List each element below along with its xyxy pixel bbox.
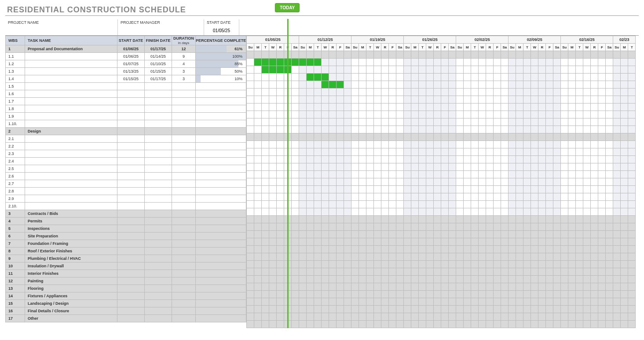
duration-cell[interactable] [172,225,196,233]
percentage-cell[interactable] [196,210,246,218]
percentage-cell[interactable] [196,158,246,165]
percentage-cell[interactable] [196,233,246,240]
wbs-cell[interactable]: 2.1 [6,135,25,143]
percentage-cell[interactable] [196,105,246,113]
finish-cell[interactable]: 01/17/25 [145,45,172,53]
task-cell[interactable]: Contracts / Bids [25,210,117,218]
percentage-cell[interactable] [196,150,246,158]
task-cell[interactable]: Permits [25,218,117,225]
percentage-cell[interactable]: 85% [196,60,246,68]
percentage-cell[interactable] [196,143,246,150]
finish-cell[interactable] [145,203,172,210]
table-row[interactable]: 1Proposal and Documentation01/06/2501/17… [6,45,246,53]
duration-cell[interactable]: 3 [172,75,196,83]
percentage-cell[interactable] [196,277,246,285]
duration-cell[interactable]: 3 [172,68,196,75]
percentage-cell[interactable] [196,195,246,203]
table-row[interactable]: 6Site Preparation [6,233,246,240]
duration-cell[interactable] [172,307,196,315]
wbs-cell[interactable]: 1.7 [6,98,25,105]
wbs-cell[interactable]: 1.10. [6,120,25,128]
duration-cell[interactable] [172,218,196,225]
duration-cell[interactable] [172,83,196,90]
finish-cell[interactable] [145,195,172,203]
table-row[interactable]: 1.201/07/2501/10/25485% [6,60,246,68]
table-row[interactable]: 2Design [6,128,246,135]
start-cell[interactable] [117,120,145,128]
wbs-cell[interactable]: 2.9 [6,195,25,203]
table-row[interactable]: 2.3 [6,150,246,158]
finish-cell[interactable] [145,218,172,225]
task-cell[interactable] [25,105,117,113]
finish-cell[interactable] [145,255,172,262]
table-row[interactable]: 7Foundation / Framing [6,240,246,248]
duration-cell[interactable] [172,143,196,150]
task-cell[interactable] [25,120,117,128]
start-cell[interactable] [117,143,145,150]
duration-cell[interactable] [172,158,196,165]
task-cell[interactable] [25,150,117,158]
duration-cell[interactable] [172,90,196,98]
start-cell[interactable] [117,292,145,300]
table-row[interactable]: 1.5 [6,83,246,90]
task-cell[interactable] [25,75,117,83]
task-cell[interactable]: Plumbing / Electrical / HVAC [25,255,117,262]
percentage-cell[interactable] [196,128,246,135]
wbs-cell[interactable]: 7 [6,240,25,248]
finish-cell[interactable] [145,113,172,120]
task-cell[interactable] [25,180,117,188]
task-cell[interactable]: Foundation / Framing [25,240,117,248]
duration-cell[interactable] [172,203,196,210]
table-row[interactable]: 4Permits [6,218,246,225]
finish-cell[interactable] [145,98,172,105]
wbs-cell[interactable]: 12 [6,277,25,285]
task-cell[interactable]: Inspections [25,225,117,233]
duration-cell[interactable] [172,105,196,113]
start-cell[interactable]: 01/07/25 [117,60,145,68]
percentage-cell[interactable] [196,262,246,270]
wbs-cell[interactable]: 2.4 [6,158,25,165]
start-cell[interactable] [117,270,145,277]
duration-cell[interactable] [172,248,196,255]
percentage-cell[interactable] [196,315,246,322]
percentage-cell[interactable] [196,98,246,105]
percentage-cell[interactable] [196,135,246,143]
percentage-cell[interactable] [196,218,246,225]
finish-cell[interactable] [145,307,172,315]
start-cell[interactable] [117,285,145,292]
finish-cell[interactable] [145,240,172,248]
table-row[interactable]: 2.4 [6,158,246,165]
percentage-cell[interactable] [196,270,246,277]
percentage-cell[interactable]: 10% [196,75,246,83]
duration-cell[interactable] [172,292,196,300]
duration-cell[interactable] [172,315,196,322]
table-row[interactable]: 14Fixtures / Appliances [6,292,246,300]
start-cell[interactable] [117,218,145,225]
start-cell[interactable] [117,248,145,255]
start-cell[interactable] [117,135,145,143]
finish-cell[interactable] [145,277,172,285]
finish-cell[interactable] [145,210,172,218]
percentage-cell[interactable] [196,90,246,98]
start-cell[interactable] [117,165,145,173]
task-cell[interactable]: Fixtures / Appliances [25,292,117,300]
duration-cell[interactable] [172,262,196,270]
wbs-cell[interactable]: 1.2 [6,60,25,68]
wbs-cell[interactable]: 6 [6,233,25,240]
task-cell[interactable] [25,158,117,165]
finish-cell[interactable] [145,173,172,180]
table-row[interactable]: 1.6 [6,90,246,98]
percentage-cell[interactable] [196,240,246,248]
task-cell[interactable] [25,173,117,180]
table-row[interactable]: 2.2 [6,143,246,150]
task-cell[interactable] [25,143,117,150]
finish-cell[interactable] [145,233,172,240]
table-row[interactable]: 1.101/06/2501/14/259100% [6,53,246,60]
finish-cell[interactable] [145,262,172,270]
duration-cell[interactable]: 4 [172,60,196,68]
task-cell[interactable] [25,188,117,195]
start-cell[interactable] [117,240,145,248]
finish-cell[interactable] [145,83,172,90]
duration-cell[interactable] [172,277,196,285]
wbs-cell[interactable]: 1.9 [6,113,25,120]
